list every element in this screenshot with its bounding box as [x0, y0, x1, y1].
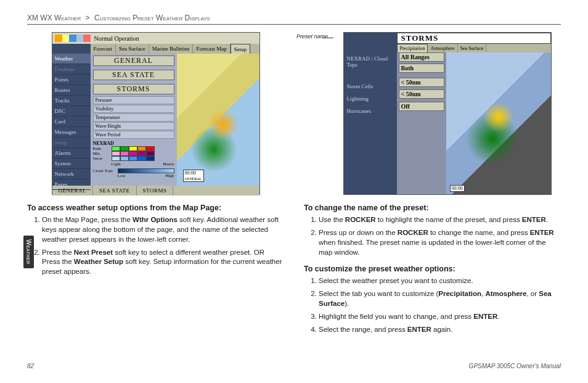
nexrad-heading: NEXRAD: [93, 141, 174, 146]
sidebar-item-dsc[interactable]: DSC: [52, 106, 91, 117]
map-page-screenshot: Normal Operation Forecast Sea Surface Ma…: [52, 32, 260, 195]
breadcrumb-sub: Customizing Preset Weather Displays: [94, 14, 210, 22]
right-map-preview: 00:00: [446, 52, 551, 194]
field-pressure[interactable]: Pressure: [93, 96, 174, 104]
breadcrumb: XM WX Weather > Customizing Preset Weath…: [27, 14, 561, 25]
left-sidebar: Weather Database Points Routes Tracks DS…: [52, 54, 91, 186]
manual-title: GPSMAP 3005C Owner's Manual: [469, 363, 561, 369]
value-hurricanes[interactable]: Off: [399, 102, 444, 111]
row-nexrad[interactable]: NEXRAD / Cloud Tops: [344, 52, 397, 71]
field-wave-period[interactable]: Wave Period: [93, 131, 174, 139]
setup-panel: GENERAL SEA STATE STORMS Pressure Visibi…: [91, 54, 177, 186]
cloud-tops-row: Cloud Tops: [93, 168, 174, 173]
sidebar-item-routes[interactable]: Routes: [52, 85, 91, 96]
field-visibility[interactable]: Visibility: [93, 105, 174, 113]
value-lightning[interactable]: < 50nm: [399, 89, 444, 99]
section-side-tab: Weather: [23, 236, 34, 268]
nexrad-snow-row: Snow: [93, 156, 174, 161]
softkey-general[interactable]: GENERAL: [52, 186, 94, 196]
right-map-clock: 00:00: [450, 185, 465, 192]
row-hurricanes[interactable]: Hurricanes: [344, 105, 397, 117]
list-item: Press the Next Preset soft key to select…: [42, 248, 284, 278]
top-tabs: Forecast Sea Surface Marine Bulletins Fo…: [91, 44, 259, 54]
tab-atmosphere[interactable]: Atmosphere: [428, 44, 457, 52]
list-item: Select the tab you want to customize (Pr…: [319, 289, 561, 309]
tab-sea-surface[interactable]: Sea Surface: [116, 44, 149, 54]
sidebar-item-messages[interactable]: Messages: [52, 127, 91, 138]
right-heading-2: To customize the preset weather options:: [304, 265, 561, 273]
sidebar-item-tracks[interactable]: Tracks: [52, 96, 91, 106]
preset-name-field[interactable]: STORMS: [397, 33, 551, 44]
tab-forecast[interactable]: Forecast: [91, 44, 116, 54]
window-title-bar: Normal Operation: [52, 33, 259, 44]
nexrad-snow-label: Snow: [93, 156, 112, 161]
swatch: [112, 151, 120, 156]
sidebar-item-points[interactable]: Points: [52, 75, 91, 85]
breadcrumb-sep: >: [86, 14, 90, 22]
preset-seastate-button[interactable]: SEA STATE: [93, 70, 174, 80]
status-flags: [55, 35, 91, 42]
row-storm-cells[interactable]: Storm Cells: [344, 80, 397, 93]
sidebar-item-system[interactable]: System: [52, 159, 91, 169]
cloud-low: Low: [118, 173, 166, 178]
cloud-tops-label: Cloud Tops: [93, 168, 118, 173]
list-item: Use the ROCKER to highlight the name of …: [319, 215, 561, 225]
field-temperature[interactable]: Temperature: [93, 113, 174, 121]
swatch: [120, 151, 129, 156]
nexrad-rain-label: Rain: [93, 146, 112, 151]
window-title: Normal Operation: [94, 35, 139, 42]
list-item: On the Map Page, press the Wthr Options …: [42, 215, 284, 245]
cloud-tops-gradient: [118, 168, 174, 173]
tab-marine-bulletins[interactable]: Marine Bulletins: [149, 44, 194, 54]
nexrad-mix-label: Mix: [93, 151, 112, 156]
scale-heavy: Heavy: [163, 162, 174, 167]
scale-light: Light: [112, 162, 163, 167]
swatch: [146, 156, 155, 161]
right-values: All Ranges Both < 50nm < 50nm Off: [397, 52, 446, 194]
left-column: Normal Operation Forecast Sea Surface Ma…: [27, 32, 284, 342]
field-wave-height[interactable]: Wave Height: [93, 122, 174, 130]
swatch: [137, 151, 146, 156]
tab-forecast-map[interactable]: Forecast Map: [193, 44, 230, 54]
page-footer: 82 GPSMAP 3005C Owner's Manual: [27, 363, 561, 369]
tab-setup[interactable]: Setup: [231, 44, 251, 54]
preset-general-button[interactable]: GENERAL: [93, 56, 174, 66]
softkey-storms[interactable]: STORMS: [137, 186, 174, 196]
right-list-2: Select the weather preset you want to cu…: [304, 276, 561, 334]
right-tabs: Precipitation Atmosphere Sea Surface: [397, 44, 551, 52]
swatch: [146, 146, 155, 151]
sidebar-item-database[interactable]: Database: [52, 64, 91, 75]
swatch: [129, 156, 137, 161]
swatch: [129, 151, 137, 156]
sidebar-item-setup[interactable]: Setup: [52, 138, 91, 148]
sidebar-item-card[interactable]: Card: [52, 117, 91, 127]
softkey-seastate[interactable]: SEA STATE: [93, 186, 137, 196]
left-list-1: On the Map Page, press the Wthr Options …: [27, 215, 284, 277]
sidebar-item-network[interactable]: Network: [52, 169, 91, 179]
preset-callout-label: Preset name: [296, 33, 328, 39]
value-storm-cells[interactable]: < 50nm: [399, 78, 444, 87]
sidebar-item-alarms[interactable]: Alarms: [52, 148, 91, 159]
swatch: [112, 146, 120, 151]
storms-setup-screenshot: STORMS Precipitation Atmosphere Sea Surf…: [343, 32, 552, 195]
map-preview: 00:00GENERAL: [177, 54, 259, 186]
sidebar-item-weather[interactable]: Weather: [52, 54, 91, 64]
nexrad-rain-row: Rain: [93, 146, 174, 151]
callout-line: [322, 38, 333, 38]
value-nexrad-range[interactable]: All Ranges: [399, 52, 444, 62]
preset-storms-button[interactable]: STORMS: [93, 84, 174, 94]
scale-labels-row: Light Heavy: [93, 162, 174, 167]
tab-precipitation[interactable]: Precipitation: [397, 44, 428, 52]
swatch: [129, 146, 137, 151]
right-heading-1: To change the name of the preset:: [304, 204, 561, 212]
right-sidebar: NEXRAD / Cloud Tops Storm Cells Lightnin…: [344, 52, 397, 194]
right-list-1: Use the ROCKER to highlight the name of …: [304, 215, 561, 257]
swatch: [112, 156, 120, 161]
row-lightning[interactable]: Lightning: [344, 93, 397, 105]
swatch: [146, 151, 155, 156]
list-item: Select the weather preset you want to cu…: [319, 276, 561, 286]
tab-sea-surface[interactable]: Sea Surface: [458, 44, 487, 52]
cloud-scale-row: Low High: [93, 173, 174, 178]
breadcrumb-section: XM WX Weather: [27, 14, 81, 22]
value-nexrad-both[interactable]: Both: [399, 64, 444, 73]
